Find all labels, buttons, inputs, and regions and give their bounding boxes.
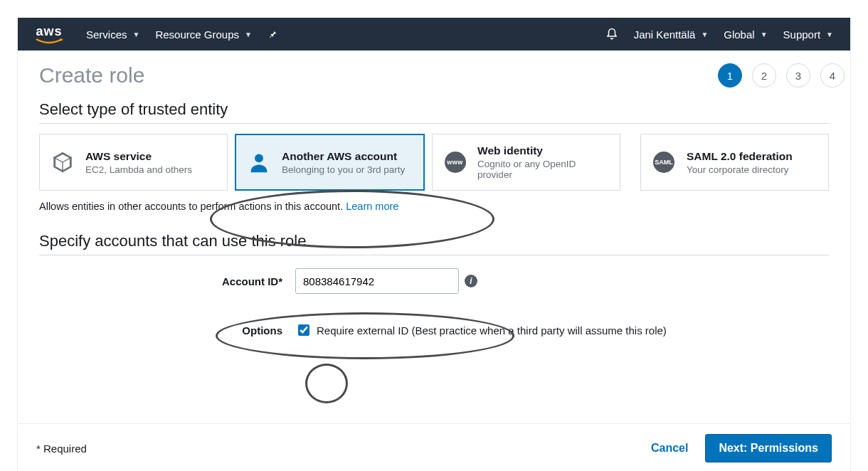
entity-aws-service-title: AWS service bbox=[85, 150, 152, 162]
section-trusted-entity-title: Select type of trusted entity bbox=[39, 100, 829, 124]
entity-saml-title: SAML 2.0 federation bbox=[687, 150, 793, 162]
aws-logo[interactable]: aws bbox=[35, 25, 63, 43]
chevron-down-icon: ▼ bbox=[761, 31, 768, 38]
page-title: Create role bbox=[39, 63, 829, 88]
options-label: Options bbox=[39, 324, 295, 337]
nav-resource-groups[interactable]: Resource Groups ▼ bbox=[155, 28, 251, 41]
entity-saml-federation[interactable]: SAML SAML 2.0 federation Your corporate … bbox=[640, 134, 829, 191]
chevron-down-icon: ▼ bbox=[245, 31, 252, 38]
entity-web-identity-sub: Cognito or any OpenID provider bbox=[477, 159, 610, 180]
entity-description: Allows entities in other accounts to per… bbox=[39, 201, 829, 212]
nav-services-label: Services bbox=[86, 28, 127, 41]
entity-another-account-title: Another AWS account bbox=[282, 150, 397, 162]
entity-another-account-sub: Belonging to you or 3rd party bbox=[282, 164, 405, 175]
entity-aws-service-sub: EC2, Lambda and others bbox=[85, 164, 192, 175]
nav-support-menu[interactable]: Support ▼ bbox=[783, 28, 833, 41]
chevron-down-icon: ▼ bbox=[826, 31, 833, 38]
wizard-step-1[interactable]: 1 bbox=[718, 63, 742, 88]
entity-web-identity[interactable]: www Web identity Cognito or any OpenID p… bbox=[432, 134, 620, 191]
info-icon[interactable]: i bbox=[465, 275, 477, 287]
annotation-ellipse bbox=[305, 364, 348, 403]
entity-web-identity-title: Web identity bbox=[477, 144, 543, 157]
require-external-id-label: Require external ID (Best practice when … bbox=[317, 324, 667, 337]
wizard-step-2[interactable]: 2 bbox=[752, 63, 776, 88]
svg-point-0 bbox=[255, 154, 263, 162]
nav-region-menu[interactable]: Global ▼ bbox=[724, 28, 767, 41]
wizard-step-3[interactable]: 3 bbox=[786, 63, 810, 88]
notifications-icon[interactable] bbox=[605, 28, 618, 41]
nav-user-menu[interactable]: Jani Kenttälä ▼ bbox=[634, 28, 709, 41]
nav-services[interactable]: Services ▼ bbox=[86, 28, 139, 41]
person-icon bbox=[246, 150, 272, 174]
account-id-label: Account ID* bbox=[39, 275, 295, 287]
nav-resource-groups-label: Resource Groups bbox=[155, 28, 239, 41]
chevron-down-icon: ▼ bbox=[133, 31, 140, 38]
require-external-id-checkbox[interactable] bbox=[298, 324, 309, 336]
wizard-bottom-bar: * Required Cancel Next: Permissions bbox=[18, 423, 850, 471]
entity-saml-sub: Your corporate directory bbox=[687, 164, 793, 175]
entity-description-text: Allows entities in other accounts to per… bbox=[39, 201, 346, 212]
entity-aws-service[interactable]: AWS service EC2, Lambda and others bbox=[39, 134, 228, 191]
aws-console-topbar: aws Services ▼ Resource Groups ▼ Jan bbox=[18, 18, 850, 51]
www-icon: www bbox=[443, 152, 467, 173]
nav-user-label: Jani Kenttälä bbox=[634, 28, 696, 41]
options-row: Options Require external ID (Best practi… bbox=[39, 322, 829, 338]
trusted-entity-options: AWS service EC2, Lambda and others Anoth… bbox=[39, 134, 829, 191]
saml-icon: SAML bbox=[651, 152, 677, 173]
nav-region-label: Global bbox=[724, 28, 754, 41]
chevron-down-icon: ▼ bbox=[701, 31, 708, 38]
cube-icon bbox=[50, 150, 75, 174]
nav-support-label: Support bbox=[783, 28, 821, 41]
next-permissions-button[interactable]: Next: Permissions bbox=[705, 434, 832, 462]
required-note: * Required bbox=[36, 443, 87, 455]
account-id-row: Account ID* i bbox=[39, 268, 829, 294]
cancel-button[interactable]: Cancel bbox=[651, 442, 688, 455]
pin-icon[interactable] bbox=[268, 29, 277, 39]
learn-more-link[interactable]: Learn more bbox=[346, 201, 398, 212]
create-role-content: Create role 1 2 3 4 Select type of trust… bbox=[18, 51, 850, 423]
account-id-input[interactable] bbox=[295, 268, 459, 294]
section-specify-accounts-title: Specify accounts that can use this role bbox=[39, 232, 829, 255]
entity-another-aws-account[interactable]: Another AWS account Belonging to you or … bbox=[235, 134, 425, 191]
wizard-step-4[interactable]: 4 bbox=[820, 63, 845, 88]
wizard-steps: 1 2 3 4 bbox=[718, 63, 845, 88]
